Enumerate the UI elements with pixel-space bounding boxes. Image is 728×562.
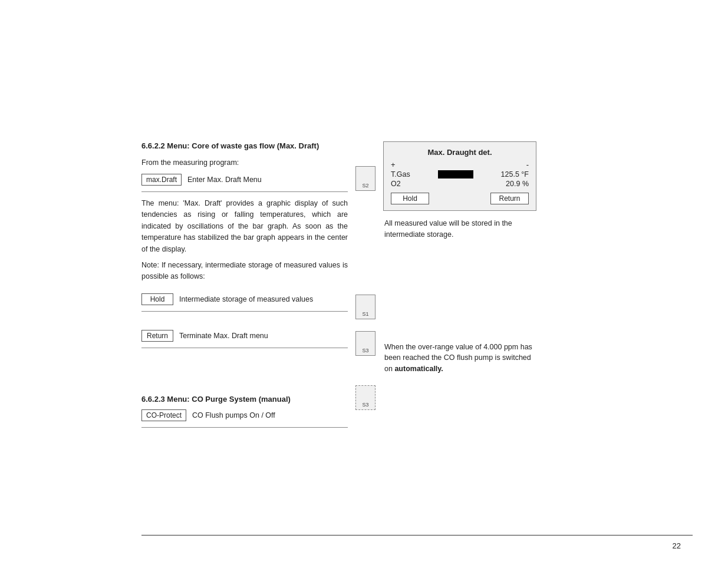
divider-2 bbox=[141, 311, 348, 312]
right-info-2: When the over-range value of 4.000 ppm h… bbox=[383, 342, 542, 375]
s1-button-area: S1 bbox=[348, 293, 383, 319]
right-info-2-text: When the over-range value of 4.000 ppm h… bbox=[384, 343, 532, 373]
section1-heading-row: 6.6.2.2 Menu: Core of waste gas flow (Ma… bbox=[141, 141, 542, 287]
return-button-row: Return Terminate Max. Draft menu bbox=[141, 330, 348, 342]
hold-row: Hold Intermediate storage of measured va… bbox=[141, 293, 542, 319]
s2-button-area: S2 bbox=[348, 165, 383, 191]
section2-row: 6.6.2.3 Menu: CO Purge System (manual) C… bbox=[141, 384, 542, 434]
from-measuring-text: From the measuring program: bbox=[141, 158, 348, 167]
s2-button: S2 bbox=[355, 166, 375, 191]
main-content: 6.6.2.2 Menu: Core of waste gas flow (Ma… bbox=[0, 0, 728, 529]
plus-minus-row: + - bbox=[391, 160, 529, 169]
tgas-row: T.Gas 125.5 °F bbox=[391, 170, 529, 178]
tgas-value: 125.5 °F bbox=[501, 170, 529, 178]
minus-sign: - bbox=[526, 160, 529, 169]
return-button[interactable]: Return bbox=[141, 330, 173, 342]
bar-graph bbox=[438, 170, 473, 178]
s3-top-button-area: S3 bbox=[348, 330, 383, 356]
section2-heading: 6.6.2.3 Menu: CO Purge System (manual) bbox=[141, 395, 348, 404]
max-draft-button[interactable]: max.Draft bbox=[141, 174, 182, 186]
plus-sign: + bbox=[391, 160, 396, 169]
hold-button-row: Hold Intermediate storage of measured va… bbox=[141, 293, 348, 305]
note-text: Note: If necessary, intermediate storage… bbox=[141, 260, 348, 283]
s3-top-label: S3 bbox=[362, 348, 368, 353]
hold-left: Hold Intermediate storage of measured va… bbox=[141, 293, 348, 318]
o2-label: O2 bbox=[391, 180, 401, 188]
hold-label: Intermediate storage of measured values bbox=[179, 295, 313, 303]
display-hold-button[interactable]: Hold bbox=[391, 193, 429, 204]
s3-bottom-button: S3 bbox=[355, 385, 375, 410]
tgas-label: T.Gas bbox=[391, 170, 410, 178]
s1-label: S1 bbox=[362, 311, 368, 317]
bottom-separator bbox=[141, 535, 693, 535]
s3-bottom-label: S3 bbox=[362, 402, 368, 408]
page: 6.6.2.2 Menu: Core of waste gas flow (Ma… bbox=[0, 0, 728, 562]
display-box: Max. Draught det. + - T.Gas 125.5 °F O2 bbox=[383, 141, 536, 211]
divider-3 bbox=[141, 348, 348, 348]
hold-button[interactable]: Hold bbox=[141, 293, 173, 305]
max-draft-row: max.Draft Enter Max. Draft Menu bbox=[141, 174, 348, 186]
display-panel: Max. Draught det. + - T.Gas 125.5 °F O2 bbox=[383, 141, 542, 240]
return-left: Return Terminate Max. Draft menu bbox=[141, 330, 348, 354]
s3-bottom-button-area: S3 bbox=[348, 384, 383, 410]
right-info-2-area: When the over-range value of 4.000 ppm h… bbox=[383, 330, 542, 375]
display-return-button[interactable]: Return bbox=[490, 193, 529, 204]
page-number: 22 bbox=[0, 541, 728, 550]
o2-value: 20.9 % bbox=[506, 180, 529, 188]
section2-left: 6.6.2.3 Menu: CO Purge System (manual) C… bbox=[141, 384, 348, 434]
hold-return-row: Hold Return bbox=[391, 193, 529, 204]
co-protect-button[interactable]: CO-Protect bbox=[141, 409, 186, 421]
max-draft-label: Enter Max. Draft Menu bbox=[187, 176, 262, 184]
co-protect-row: CO-Protect CO Flush pumps On / Off bbox=[141, 409, 348, 421]
return-row: Return Terminate Max. Draft menu S3 When… bbox=[141, 330, 542, 375]
right-info-1: All measured value will be stored in the… bbox=[383, 218, 542, 240]
divider-1 bbox=[141, 191, 348, 192]
section1-heading: 6.6.2.2 Menu: Core of waste gas flow (Ma… bbox=[141, 141, 348, 150]
display-title: Max. Draught det. bbox=[391, 148, 529, 157]
s1-button: S1 bbox=[355, 295, 375, 319]
o2-row: O2 20.9 % bbox=[391, 180, 529, 188]
return-label: Terminate Max. Draft menu bbox=[179, 332, 268, 340]
s2-label: S2 bbox=[362, 183, 368, 189]
divider-4 bbox=[141, 427, 348, 428]
s3-top-button: S3 bbox=[355, 331, 375, 356]
co-protect-label: CO Flush pumps On / Off bbox=[192, 411, 275, 419]
body-text-1: The menu: 'Max. Draft' provides a graphi… bbox=[141, 198, 348, 255]
